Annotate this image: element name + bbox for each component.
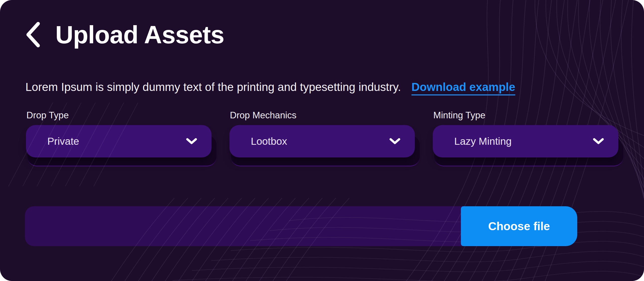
drop-mechanics-select[interactable]: Lootbox (230, 125, 415, 158)
upload-assets-screen: Upload Assets Lorem Ipsum is simply dumm… (0, 0, 644, 281)
select-wrap: Lootbox (230, 125, 415, 158)
file-input-bar[interactable] (25, 206, 475, 246)
dropdown-row: Drop Type Private Drop Mechanics Lootbox (26, 110, 618, 158)
field-drop-type: Drop Type Private (26, 110, 212, 158)
chevron-down-icon (390, 138, 400, 144)
selected-value: Lazy Minting (454, 136, 512, 147)
chevron-down-icon (593, 138, 604, 144)
field-drop-mechanics: Drop Mechanics Lootbox (230, 110, 415, 158)
field-label: Drop Type (26, 110, 69, 120)
field-minting-type: Minting Type Lazy Minting (433, 110, 618, 158)
header: Upload Assets (25, 22, 224, 48)
file-upload-row: Choose file (25, 206, 577, 246)
select-wrap: Lazy Minting (433, 125, 618, 158)
field-label: Drop Mechanics (230, 110, 296, 120)
page-title: Upload Assets (55, 22, 224, 47)
minting-type-select[interactable]: Lazy Minting (433, 125, 618, 158)
drop-type-select[interactable]: Private (26, 125, 212, 158)
download-example-link[interactable]: Download example (412, 80, 516, 94)
back-button[interactable] (25, 22, 41, 48)
intro-text: Lorem Ipsum is simply dummy text of the … (26, 80, 401, 94)
selected-value: Lootbox (251, 136, 287, 147)
select-wrap: Private (26, 125, 212, 158)
chevron-left-icon (25, 22, 40, 48)
field-label: Minting Type (433, 110, 485, 120)
choose-file-button[interactable]: Choose file (461, 206, 577, 246)
intro-line: Lorem Ipsum is simply dummy text of the … (26, 79, 515, 95)
selected-value: Private (47, 136, 79, 147)
chevron-down-icon (186, 138, 197, 144)
